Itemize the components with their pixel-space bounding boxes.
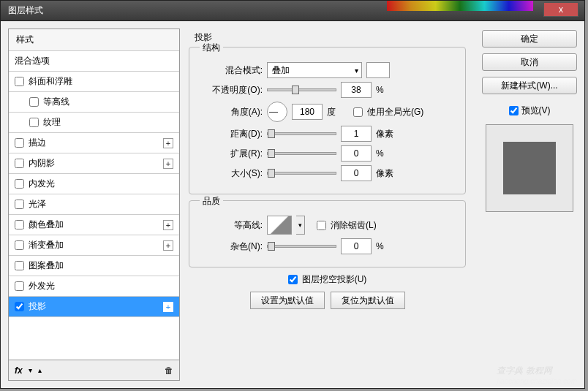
blend-options-label: 混合选项 [15,55,50,67]
color-swatch-button[interactable] [366,62,390,78]
blend-mode-select[interactable]: 叠加 [267,62,362,78]
style-item-9[interactable]: 图案叠加 [9,256,179,276]
add-instance-icon[interactable]: + [163,220,173,230]
style-checkbox[interactable] [15,138,24,148]
new-style-button[interactable]: 新建样式(W)... [482,77,577,94]
opacity-slider[interactable] [267,88,336,91]
right-panel: 确定 取消 新建样式(W)... 预览(V) [475,21,584,388]
size-label: 大小(S): [197,167,263,180]
contour-dropdown[interactable]: ▾ [296,216,305,235]
color-swatches [387,1,533,11]
arrow-down-icon[interactable]: ▾ [29,366,32,374]
add-instance-icon[interactable]: + [163,240,173,251]
reset-default-button[interactable]: 复位为默认值 [331,292,405,309]
window-title: 图层样式 [8,5,43,15]
options-panel: 投影 结构 混合模式: 叠加 不透明度(O): 38 % [180,21,475,388]
quality-fieldset: 品质 等高线: ▾ 消除锯齿(L) 杂色(N): 0 % [189,200,466,267]
fx-icon[interactable]: fx [15,365,23,376]
structure-legend: 结构 [200,42,223,54]
style-item-11[interactable]: 投影+ [9,297,179,317]
styles-panel: 样式 混合选项 斜面和浮雕等高线纹理描边+内阴影+内发光光泽颜色叠加+渐变叠加+… [8,29,180,381]
style-checkbox[interactable] [29,97,39,107]
distance-slider[interactable] [267,132,336,135]
style-item-label: 渐变叠加 [29,239,64,251]
style-item-3[interactable]: 描边+ [9,133,179,153]
style-checkbox[interactable] [15,261,24,270]
noise-unit: % [376,241,398,251]
style-item-7[interactable]: 颜色叠加+ [9,215,179,235]
angle-input[interactable]: 180 [292,104,323,120]
blend-options-item[interactable]: 混合选项 [9,51,179,72]
distance-unit: 像素 [376,128,398,140]
set-default-button[interactable]: 设置为默认值 [250,292,325,309]
style-checkbox[interactable] [15,240,24,250]
style-item-0[interactable]: 斜面和浮雕 [9,72,179,92]
contour-preview[interactable] [267,216,292,235]
dialog-window: 图层样式 x 样式 混合选项 斜面和浮雕等高线纹理描边+内阴影+内发光光泽颜色叠… [0,0,585,389]
add-instance-icon[interactable]: + [163,138,173,148]
angle-label: 角度(A): [197,106,263,118]
opacity-input[interactable]: 38 [341,82,372,98]
style-item-1[interactable]: 等高线 [9,92,179,113]
style-item-label: 投影 [29,300,46,313]
preview-box [486,124,573,212]
titlebar[interactable]: 图层样式 x [1,1,584,21]
noise-input[interactable]: 0 [341,238,372,254]
global-light-checkbox[interactable] [353,107,363,117]
styles-list: 样式 混合选项 斜面和浮雕等高线纹理描边+内阴影+内发光光泽颜色叠加+渐变叠加+… [9,29,179,360]
spread-label: 扩展(R): [197,148,263,160]
contour-label: 等高线: [197,219,263,232]
style-checkbox[interactable] [15,179,24,189]
style-checkbox[interactable] [15,159,24,168]
style-item-4[interactable]: 内阴影+ [9,153,179,174]
spread-input[interactable]: 0 [341,145,372,162]
arrow-up-icon[interactable]: ▴ [38,366,42,374]
structure-fieldset: 结构 混合模式: 叠加 不透明度(O): 38 % 角度(A): [189,47,466,194]
style-checkbox[interactable] [15,281,24,291]
cancel-button[interactable]: 取消 [482,53,577,71]
add-instance-icon[interactable]: + [163,302,173,312]
content: 样式 混合选项 斜面和浮雕等高线纹理描边+内阴影+内发光光泽颜色叠加+渐变叠加+… [1,21,584,388]
angle-dial[interactable] [267,102,287,122]
trash-icon[interactable]: 🗑 [165,365,173,376]
style-checkbox[interactable] [15,200,24,209]
style-checkbox[interactable] [29,118,39,127]
style-item-label: 内发光 [29,178,55,190]
noise-label: 杂色(N): [197,240,263,253]
style-item-2[interactable]: 纹理 [9,113,179,133]
add-instance-icon[interactable]: + [163,159,173,169]
preview-checkbox[interactable] [509,106,519,115]
preview-swatch [503,142,556,194]
size-input[interactable]: 0 [341,165,372,181]
style-checkbox[interactable] [15,302,24,311]
size-slider[interactable] [267,172,336,175]
distance-input[interactable]: 1 [341,126,372,142]
ok-button[interactable]: 确定 [482,30,577,48]
style-item-5[interactable]: 内发光 [9,174,179,194]
global-light-label: 使用全局光(G) [367,106,423,118]
style-item-label: 颜色叠加 [29,219,64,231]
styles-header: 样式 [9,29,179,51]
spread-unit: % [376,148,398,159]
style-item-label: 等高线 [43,96,69,108]
style-item-10[interactable]: 外发光 [9,276,179,297]
knockout-checkbox[interactable] [288,275,298,284]
style-item-6[interactable]: 光泽 [9,194,179,215]
style-checkbox[interactable] [15,220,24,229]
antialias-checkbox[interactable] [317,221,326,230]
knockout-label: 图层挖空投影(U) [302,273,367,286]
styles-footer: fx ▾ ▴ 🗑 [9,360,179,380]
antialias-label: 消除锯齿(L) [331,219,377,232]
quality-legend: 品质 [200,195,223,208]
style-item-label: 描边 [29,137,46,149]
spread-slider[interactable] [267,152,336,155]
style-item-label: 图案叠加 [29,259,64,272]
section-title: 投影 [195,31,466,44]
close-button[interactable]: x [543,2,578,17]
style-item-label: 外发光 [29,280,55,292]
style-item-label: 斜面和浮雕 [29,75,72,88]
blend-mode-label: 混合模式: [197,64,263,77]
style-item-8[interactable]: 渐变叠加+ [9,235,179,256]
noise-slider[interactable] [267,245,336,248]
style-checkbox[interactable] [15,77,24,86]
